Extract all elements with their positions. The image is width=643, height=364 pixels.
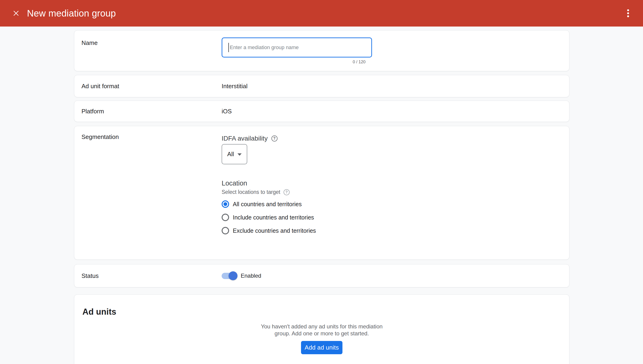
location-subheading-row: Select locations to target ? — [222, 189, 316, 195]
ad-units-card: Ad units You haven't added any ad units … — [74, 294, 570, 364]
mediation-group-name-input[interactable] — [222, 38, 372, 58]
radio-button[interactable] — [222, 214, 229, 221]
idfa-availability-row: IDFA availability ? — [222, 135, 316, 142]
menu-dot — [627, 15, 629, 17]
add-ad-units-button[interactable]: Add ad units — [301, 341, 342, 354]
name-input-wrap — [222, 38, 372, 58]
status-label: Status — [74, 272, 222, 280]
close-icon-glyph — [12, 9, 20, 17]
radio-option-all-countries[interactable]: All countries and territories — [222, 200, 316, 208]
status-card: Status Enabled — [74, 264, 570, 288]
menu-dot — [627, 9, 629, 11]
idfa-availability-dropdown[interactable]: All — [222, 144, 247, 164]
overflow-menu-icon[interactable] — [625, 7, 631, 20]
segmentation-card: Segmentation IDFA availability ? All Loc… — [74, 126, 570, 260]
form-content: Name 0 / 120 Ad unit format Interstitial… — [0, 26, 643, 364]
text-caret — [228, 43, 229, 52]
name-field-column: 0 / 120 — [222, 38, 372, 71]
ad-units-heading: Ad units — [82, 307, 569, 317]
new-mediation-group-page: New mediation group Name 0 / 120 Ad unit… — [0, 0, 643, 364]
radio-option-label: Exclude countries and territories — [233, 228, 316, 234]
idfa-dropdown-value: All — [227, 150, 234, 158]
location-heading: Location — [222, 179, 316, 187]
ad-unit-format-label: Ad unit format — [74, 82, 222, 90]
platform-card: Platform iOS — [74, 100, 570, 122]
ad-unit-format-card: Ad unit format Interstitial — [74, 75, 570, 97]
radio-option-include-countries[interactable]: Include countries and territories — [222, 214, 316, 221]
ad-units-empty-state: You haven't added any ad units for this … — [74, 323, 569, 354]
radio-option-exclude-countries[interactable]: Exclude countries and territories — [222, 227, 316, 234]
idfa-help-icon[interactable]: ? — [272, 136, 278, 142]
segmentation-label: Segmentation — [74, 133, 222, 260]
radio-option-label: Include countries and territories — [233, 214, 314, 221]
location-help-icon[interactable]: ? — [284, 189, 290, 195]
radio-button[interactable] — [222, 200, 229, 208]
status-toggle[interactable] — [222, 273, 236, 279]
app-bar: New mediation group — [0, 0, 643, 26]
platform-value: iOS — [222, 108, 232, 115]
radio-button[interactable] — [222, 227, 229, 234]
location-options: All countries and territories Include co… — [222, 200, 316, 234]
empty-state-line2: group. Add one or more to get started. — [74, 330, 569, 337]
idfa-availability-label: IDFA availability — [222, 135, 268, 142]
chevron-down-icon — [238, 153, 242, 156]
name-card: Name 0 / 120 — [74, 30, 570, 71]
empty-state-line1: You haven't added any ad units for this … — [74, 323, 569, 330]
close-icon[interactable] — [12, 9, 20, 17]
name-label: Name — [74, 38, 222, 71]
toggle-knob — [228, 271, 238, 280]
radio-option-label: All countries and territories — [233, 201, 302, 208]
ad-unit-format-value: Interstitial — [222, 82, 248, 90]
platform-label: Platform — [74, 108, 222, 115]
location-subheading: Select locations to target — [222, 189, 280, 195]
status-control: Enabled — [222, 272, 261, 279]
segmentation-controls: IDFA availability ? All Location Select … — [222, 133, 316, 260]
menu-dot — [627, 12, 629, 14]
page-title: New mediation group — [27, 8, 116, 18]
char-counter: 0 / 120 — [222, 60, 372, 64]
status-value: Enabled — [241, 272, 261, 279]
